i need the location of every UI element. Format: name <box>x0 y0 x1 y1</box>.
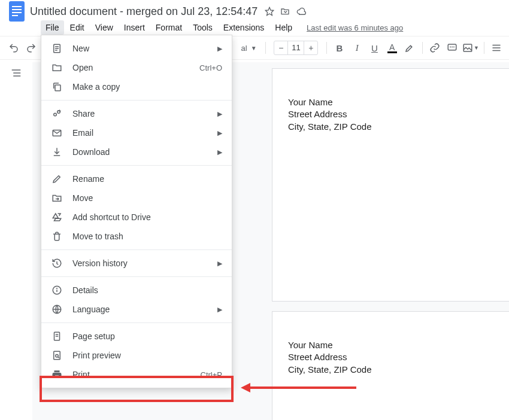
file-menu-rename[interactable]: Rename <box>41 169 232 188</box>
comment-button[interactable] <box>445 39 460 56</box>
chevron-right-icon: ▶ <box>217 110 222 118</box>
chevron-right-icon: ▶ <box>217 306 222 314</box>
chevron-right-icon: ▶ <box>217 148 222 156</box>
drive-shortcut-icon <box>50 212 64 223</box>
file-menu-page-setup[interactable]: Page setup <box>41 327 232 346</box>
menu-item-label: Move <box>72 193 222 203</box>
file-menu-details[interactable]: Details <box>41 281 232 300</box>
highlight-button[interactable] <box>402 39 417 56</box>
svg-rect-0 <box>9 1 25 22</box>
menu-separator <box>41 249 232 250</box>
svg-point-19 <box>54 113 57 116</box>
file-menu-version-history[interactable]: Version history▶ <box>41 254 232 273</box>
cloud-icon[interactable] <box>296 7 307 16</box>
menu-separator <box>41 165 232 166</box>
info-icon <box>50 285 64 296</box>
rename-icon <box>50 174 64 184</box>
chevron-right-icon: ▶ <box>217 129 222 137</box>
font-name-end[interactable]: al <box>241 44 247 53</box>
docs-logo[interactable] <box>5 0 29 23</box>
doc-line: Street Address <box>288 351 509 363</box>
page-setup-icon <box>50 331 64 342</box>
menu-item-label: Make a copy <box>72 82 222 92</box>
svg-rect-29 <box>54 351 60 360</box>
doc-line: Your Name <box>288 96 509 108</box>
menu-item-label: Share <box>72 109 217 118</box>
file-menu-add-shortcut-to-drive[interactable]: Add shortcut to Drive <box>41 208 232 227</box>
menu-item-label: Details <box>72 285 222 295</box>
chevron-right-icon: ▶ <box>217 45 222 53</box>
menu-separator <box>41 100 232 101</box>
menu-insert[interactable]: Insert <box>119 20 150 35</box>
menu-item-label: Move to trash <box>72 232 222 241</box>
file-menu-language[interactable]: Language▶ <box>41 300 232 319</box>
menu-item-label: Language <box>72 305 217 314</box>
file-menu-print[interactable]: PrintCtrl+P <box>41 365 232 384</box>
folder-move-icon[interactable] <box>280 7 290 16</box>
menu-item-shortcut: Ctrl+P <box>201 370 222 379</box>
menu-tools[interactable]: Tools <box>188 20 217 35</box>
menu-item-label: Rename <box>72 174 222 184</box>
increase-font-button[interactable]: + <box>304 43 317 53</box>
print-preview-icon <box>50 350 64 361</box>
menu-separator <box>41 322 232 323</box>
chevron-down-icon[interactable]: ▼ <box>251 45 257 51</box>
file-menu-new[interactable]: New▶ <box>41 39 232 58</box>
doc-line: Your Name <box>288 339 509 351</box>
doc-line: City, State, ZIP Code <box>288 364 509 376</box>
outline-icon[interactable] <box>8 65 25 81</box>
menu-item-label: Email <box>72 128 217 138</box>
menu-item-label: Version history <box>72 258 217 268</box>
menu-extensions[interactable]: Extensions <box>219 20 269 35</box>
file-menu-open[interactable]: OpenCtrl+O <box>41 58 232 77</box>
file-menu-email[interactable]: Email▶ <box>41 123 232 142</box>
copy-icon <box>50 81 64 92</box>
image-button[interactable]: ▼ <box>462 39 479 56</box>
decrease-font-button[interactable]: − <box>274 43 287 53</box>
page-1[interactable]: Your Name Street Address City, State, ZI… <box>272 68 509 302</box>
bold-button[interactable]: B <box>332 39 347 56</box>
trash-icon <box>50 231 64 242</box>
file-menu-share[interactable]: Share▶ <box>41 104 232 123</box>
folder-icon <box>50 62 64 73</box>
download-icon <box>50 147 64 157</box>
menu-edit[interactable]: Edit <box>65 20 89 35</box>
menu-bar: File Edit View Insert Format Tools Exten… <box>0 19 509 36</box>
file-menu-move[interactable]: Move <box>41 188 232 208</box>
menu-view[interactable]: View <box>90 20 118 35</box>
file-menu-print-preview[interactable]: Print preview <box>41 346 232 365</box>
menu-item-label: Open <box>72 63 199 72</box>
mail-icon <box>50 127 64 138</box>
font-size-value[interactable]: 11 <box>287 41 304 54</box>
separator <box>422 42 423 54</box>
menu-item-label: Print <box>72 370 201 379</box>
menu-file[interactable]: File <box>41 20 64 35</box>
menu-item-label: New <box>72 44 217 53</box>
file-menu-make-a-copy[interactable]: Make a copy <box>41 77 232 96</box>
text-color-button[interactable]: A <box>384 39 399 56</box>
chevron-right-icon: ▶ <box>217 260 222 267</box>
font-size-control[interactable]: − 11 + <box>274 41 318 55</box>
underline-button[interactable]: U <box>367 39 382 56</box>
link-button[interactable] <box>428 39 443 56</box>
title-bar: Untitled document - merged on Jul 23, 12… <box>0 0 509 19</box>
star-icon[interactable] <box>265 7 274 16</box>
svg-rect-2 <box>12 9 22 10</box>
menu-item-label: Add shortcut to Drive <box>72 212 222 222</box>
svg-rect-1 <box>12 6 22 7</box>
menu-help[interactable]: Help <box>270 20 297 35</box>
doc-line: City, State, ZIP Code <box>288 121 509 133</box>
menu-item-label: Page setup <box>72 331 222 341</box>
file-menu-move-to-trash[interactable]: Move to trash <box>41 227 232 246</box>
share-icon <box>50 108 64 119</box>
page-2[interactable]: Your Name Street Address City, State, ZI… <box>272 311 509 420</box>
menu-format[interactable]: Format <box>151 20 187 35</box>
file-menu-download[interactable]: Download▶ <box>41 142 232 162</box>
last-edit-link[interactable]: Last edit was 6 minutes ago <box>307 23 403 32</box>
left-rail <box>0 43 32 81</box>
svg-rect-18 <box>55 85 60 91</box>
document-title[interactable]: Untitled document - merged on Jul 23, 12… <box>30 5 257 18</box>
align-button[interactable] <box>489 39 504 56</box>
italic-button[interactable]: I <box>350 39 365 56</box>
svg-rect-4 <box>12 15 18 16</box>
